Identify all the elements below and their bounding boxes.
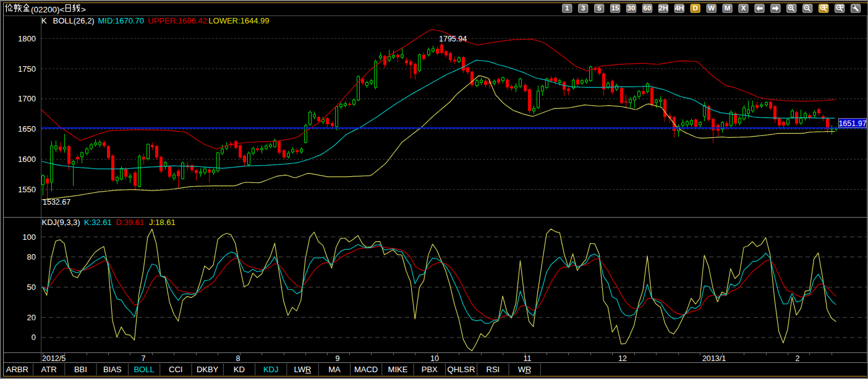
svg-text:WR: WR — [518, 365, 532, 374]
svg-text:RSI: RSI — [487, 365, 500, 374]
svg-text:BIAS: BIAS — [103, 365, 122, 374]
svg-text:1800: 1800 — [18, 34, 36, 43]
svg-text:1651.97: 1651.97 — [838, 119, 866, 128]
svg-text:MA: MA — [328, 365, 341, 374]
svg-text:ATR: ATR — [41, 365, 57, 374]
svg-text:30: 30 — [628, 4, 636, 12]
svg-text:20: 20 — [27, 313, 36, 322]
svg-text:50: 50 — [27, 283, 36, 292]
svg-text:ARBR: ARBR — [6, 365, 28, 374]
svg-text:PBX: PBX — [422, 365, 438, 374]
svg-text:1750: 1750 — [18, 64, 36, 74]
svg-text:4H: 4H — [674, 4, 684, 12]
svg-text:(02200)<: (02200)< — [31, 5, 65, 14]
svg-text:1600: 1600 — [18, 155, 36, 164]
svg-text:11: 11 — [524, 354, 532, 363]
svg-text:QHLSR: QHLSR — [448, 365, 475, 374]
svg-text:UPPER:1696.42: UPPER:1696.42 — [148, 16, 206, 25]
svg-text:LWR: LWR — [294, 365, 312, 374]
svg-text:100: 100 — [22, 232, 36, 242]
svg-text:15: 15 — [611, 4, 619, 12]
svg-text:KDJ(9,3,3): KDJ(9,3,3) — [42, 218, 80, 227]
svg-text:80: 80 — [27, 252, 36, 262]
svg-text:2013/1: 2013/1 — [702, 354, 726, 363]
svg-text:D:39.61: D:39.61 — [116, 218, 145, 227]
svg-text:>: > — [81, 5, 86, 14]
svg-text:X: X — [741, 4, 746, 12]
svg-text:1: 1 — [565, 4, 569, 12]
svg-text:D: D — [693, 4, 698, 12]
svg-text:2012/5: 2012/5 — [42, 354, 66, 363]
svg-text:8: 8 — [236, 354, 240, 363]
svg-text:1532.67: 1532.67 — [43, 198, 70, 207]
svg-text:9: 9 — [336, 354, 340, 363]
svg-text:12: 12 — [618, 354, 627, 363]
svg-text:2H: 2H — [659, 4, 668, 12]
svg-text:3: 3 — [581, 4, 585, 12]
svg-text:10: 10 — [430, 354, 439, 363]
svg-text:1650: 1650 — [18, 124, 36, 134]
svg-text:LOWER:1644.99: LOWER:1644.99 — [208, 16, 269, 25]
svg-text:BOLL: BOLL — [134, 365, 154, 374]
svg-text:KDJ: KDJ — [263, 365, 279, 374]
svg-text:5: 5 — [597, 4, 602, 12]
svg-text:1700: 1700 — [18, 94, 36, 103]
svg-text:2: 2 — [796, 354, 800, 363]
svg-text:KD: KD — [234, 365, 245, 374]
svg-text:K:32.61: K:32.61 — [84, 218, 112, 227]
svg-text:MACD: MACD — [354, 365, 378, 374]
svg-text:BBI: BBI — [74, 365, 87, 374]
svg-text:7: 7 — [142, 354, 146, 363]
svg-text:BOLL(26,2): BOLL(26,2) — [53, 16, 95, 25]
svg-text:MIKE: MIKE — [388, 365, 408, 374]
svg-text:60: 60 — [644, 4, 652, 12]
svg-text:0: 0 — [32, 333, 36, 342]
svg-text:M: M — [725, 4, 731, 12]
svg-text:CCI: CCI — [169, 365, 182, 374]
svg-text:1550: 1550 — [18, 185, 36, 194]
svg-text:DKBY: DKBY — [197, 365, 219, 374]
svg-text:1795.94: 1795.94 — [439, 35, 467, 43]
svg-text:K: K — [41, 16, 47, 25]
svg-text:W: W — [708, 4, 715, 12]
svg-text:J:18.61: J:18.61 — [149, 218, 176, 227]
svg-text:MID:1670.70: MID:1670.70 — [98, 16, 144, 25]
